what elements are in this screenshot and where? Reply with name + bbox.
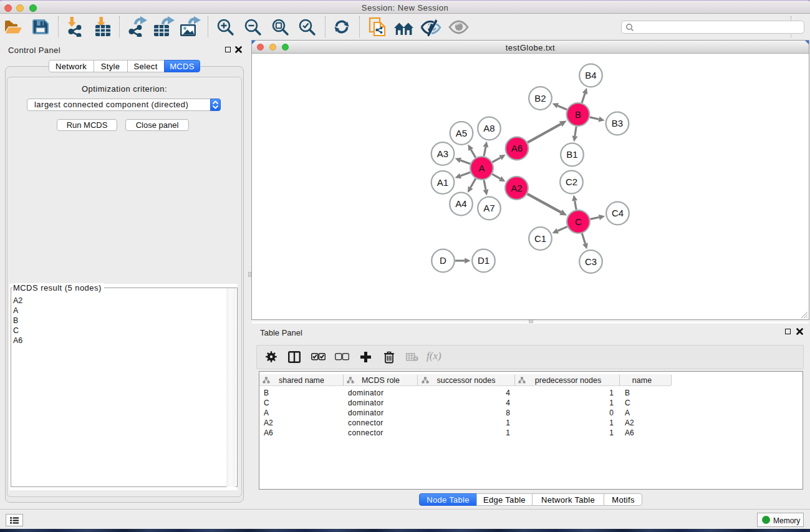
svg-text:A8: A8 [483,123,494,133]
svg-text:A2: A2 [511,183,522,193]
svg-text:C3: C3 [585,256,597,267]
svg-text:B3: B3 [612,118,623,128]
svg-text:B: B [575,109,581,120]
svg-text:C4: C4 [612,208,624,218]
svg-text:D: D [440,255,446,266]
svg-text:A1: A1 [437,177,448,188]
svg-text:D1: D1 [478,255,489,266]
svg-text:B4: B4 [585,70,596,80]
svg-text:C1: C1 [534,233,546,244]
svg-text:C: C [575,216,582,227]
svg-text:B2: B2 [534,93,546,104]
svg-text:C2: C2 [566,177,577,187]
svg-text:A7: A7 [483,203,494,213]
svg-text:A4: A4 [455,198,466,209]
svg-text:A: A [478,163,485,173]
svg-text:A6: A6 [511,143,523,153]
svg-text:A3: A3 [437,148,448,159]
svg-text:A5: A5 [456,128,467,138]
svg-text:B1: B1 [566,149,577,160]
